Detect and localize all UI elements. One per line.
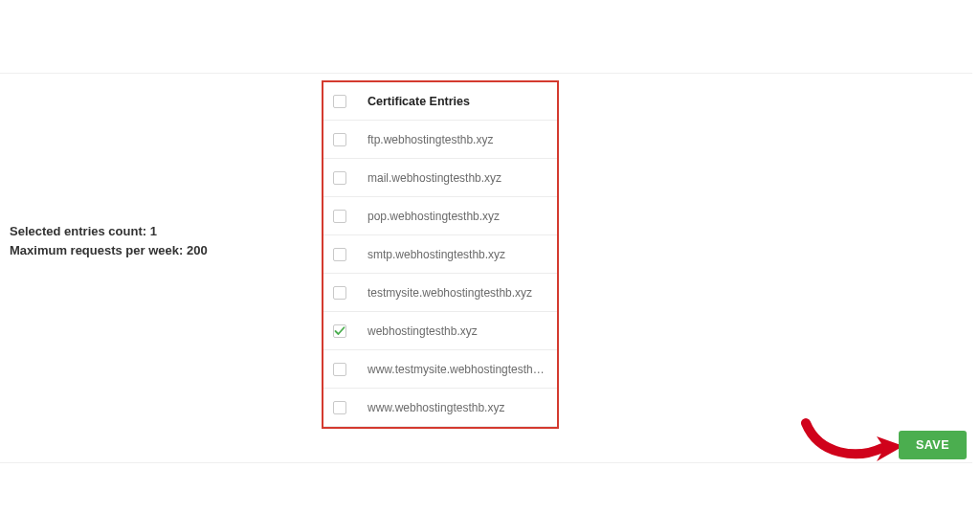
selected-count-line: Selected entries count: 1 [10,222,208,241]
table-row: www.testmysite.webhostingtesthb.xyz [323,350,557,389]
entry-label: www.testmysite.webhostingtesthb.xyz [368,363,547,376]
max-requests-line: Maximum requests per week: 200 [10,241,208,260]
table-header-row: Certificate Entries [323,82,557,121]
max-requests-label: Maximum requests per week: [10,243,183,257]
entry-label: ftp.webhostingtesthb.xyz [368,133,493,146]
max-requests-value: 200 [187,243,208,257]
selected-count-label: Selected entries count: [10,224,146,238]
table-row: ftp.webhostingtesthb.xyz [323,121,557,159]
table-row: pop.webhostingtesthb.xyz [323,197,557,235]
entry-checkbox[interactable] [333,133,346,146]
table-row: testmysite.webhostingtesthb.xyz [323,274,557,312]
entry-label: smtp.webhostingtesthb.xyz [368,248,505,261]
selected-count-value: 1 [150,224,157,238]
entry-checkbox[interactable] [333,324,346,338]
certificate-entries-table: Certificate Entries ftp.webhostingtesthb… [322,80,559,429]
entry-checkbox[interactable] [333,171,346,185]
entry-label: www.webhostingtesthb.xyz [368,401,504,414]
entry-checkbox[interactable] [333,210,346,223]
entry-label: pop.webhostingtesthb.xyz [368,210,500,223]
entry-checkbox[interactable] [333,363,346,376]
entry-label: mail.webhostingtesthb.xyz [368,171,501,185]
table-row: webhostingtesthb.xyz [323,312,557,350]
table-header-label: Certificate Entries [368,95,470,108]
entry-checkbox[interactable] [333,286,346,300]
select-all-checkbox[interactable] [333,95,346,108]
table-row: smtp.webhostingtesthb.xyz [323,235,557,274]
entry-label: testmysite.webhostingtesthb.xyz [368,286,532,300]
stats-block: Selected entries count: 1 Maximum reques… [10,222,208,260]
entry-label: webhostingtesthb.xyz [368,324,478,338]
table-row: www.webhostingtesthb.xyz [323,389,557,427]
table-row: mail.webhostingtesthb.xyz [323,159,557,197]
entry-checkbox[interactable] [333,401,346,414]
entry-checkbox[interactable] [333,248,346,261]
save-button[interactable]: SAVE [899,431,967,459]
